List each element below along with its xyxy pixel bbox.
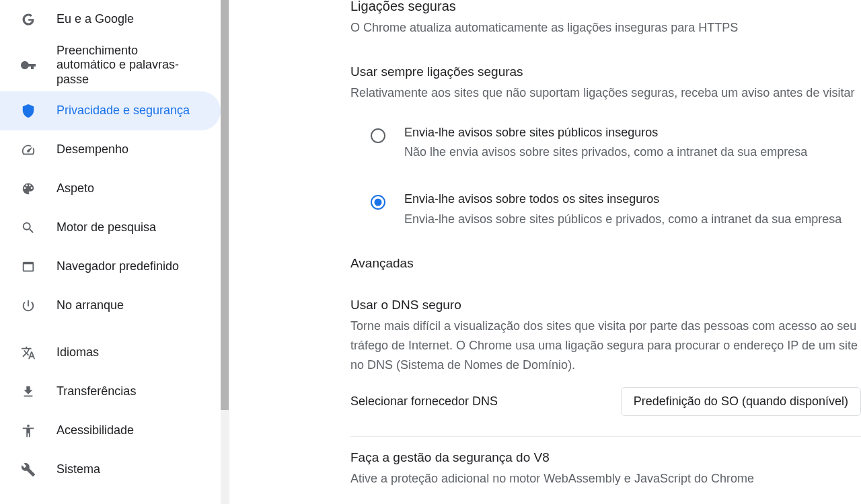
language-icon [20,345,36,361]
wrench-icon [20,462,36,478]
radio-button[interactable] [371,128,385,143]
sidebar-item-label: Privacidade e segurança [57,103,190,118]
section-desc: Relativamente aos sites que não suportam… [350,83,861,103]
radio-warn-public-only[interactable]: Envia-lhe avisos sobre sites públicos in… [371,123,861,163]
shield-icon [20,103,36,119]
secure-connections-section: Ligações seguras O Chrome atualiza autom… [350,0,861,38]
dns-provider-select[interactable]: Predefinição do SO (quando disponível) [621,387,861,416]
sidebar-item-default-browser[interactable]: Navegador predefinido [0,247,221,286]
accessibility-icon [20,423,36,439]
radio-button[interactable] [371,195,385,210]
radio-sublabel: Envia-lhe avisos sobre sites públicos e … [404,210,841,230]
warn-radio-group: Envia-lhe avisos sobre sites públicos in… [371,123,861,230]
sidebar-item-downloads[interactable]: Transferências [0,372,221,411]
subsection-title: Usar sempre ligações seguras [350,65,861,79]
v8-security-section[interactable]: Faça a gestão da segurança do V8 Ative a… [350,450,861,489]
power-icon [20,298,36,314]
radio-sublabel: Não lhe envia avisos sobre sites privado… [404,142,807,163]
section-desc: O Chrome atualiza automaticamente as lig… [350,18,861,38]
sidebar-item-google[interactable]: Eu e a Google [0,0,221,39]
sidebar-item-label: Sistema [57,462,100,477]
section-title: Ligações seguras [350,0,861,14]
sidebar-item-appearance[interactable]: Aspeto [0,169,221,208]
browser-icon [20,259,36,275]
sidebar-item-label: No arranque [57,298,124,313]
sidebar-item-privacy[interactable]: Privacidade e segurança [0,91,221,130]
sidebar: Eu e a Google Preenchimento automático e… [0,0,229,504]
sidebar-item-label: Preenchimento automático e palavras-pass… [57,44,200,87]
key-icon [20,57,36,73]
dns-provider-label: Selecionar fornecedor DNS [350,394,498,409]
sidebar-item-label: Acessibilidade [57,423,134,438]
palette-icon [20,181,36,197]
radio-label: Envia-lhe avisos sobre sites públicos in… [404,123,807,143]
dns-provider-row: Selecionar fornecedor DNS Predefinição d… [350,387,861,437]
sidebar-item-label: Motor de pesquisa [57,220,156,235]
section-desc: Torne mais difícil a visualização dos si… [350,317,861,374]
always-secure-section: Usar sempre ligações seguras Relativamen… [350,65,861,230]
subsection-title: Usar o DNS seguro [350,298,861,312]
sidebar-item-languages[interactable]: Idiomas [0,333,221,372]
section-desc: Ative a proteção adicional no motor WebA… [350,469,861,489]
sidebar-item-startup[interactable]: No arranque [0,286,221,325]
sidebar-item-label: Transferências [57,384,136,399]
sidebar-item-label: Idiomas [57,345,99,360]
search-icon [20,220,36,236]
radio-label: Envia-lhe avisos sobre todos os sites in… [404,190,841,210]
sidebar-item-autofill[interactable]: Preenchimento automático e palavras-pass… [0,39,221,91]
google-icon [20,11,36,28]
settings-content: Ligações seguras O Chrome atualiza autom… [229,0,861,504]
sidebar-item-label: Aspeto [57,181,94,196]
sidebar-item-label: Eu e a Google [57,12,134,27]
scrollbar-thumb[interactable] [221,0,229,410]
sidebar-scrollbar[interactable] [221,0,229,504]
sidebar-item-system[interactable]: Sistema [0,450,221,489]
download-icon [20,384,36,400]
subsection-title: Faça a gestão da segurança do V8 [350,450,861,465]
sidebar-item-accessibility[interactable]: Acessibilidade [0,411,221,450]
secure-dns-section: Usar o DNS seguro Torne mais difícil a v… [350,298,861,374]
radio-warn-all[interactable]: Envia-lhe avisos sobre todos os sites in… [371,190,861,229]
speed-icon [20,142,36,158]
sidebar-item-search[interactable]: Motor de pesquisa [0,208,221,247]
sidebar-item-label: Desempenho [57,142,128,157]
sidebar-item-label: Navegador predefinido [57,259,179,274]
advanced-header: Avançadas [350,256,861,271]
sidebar-item-performance[interactable]: Desempenho [0,130,221,169]
